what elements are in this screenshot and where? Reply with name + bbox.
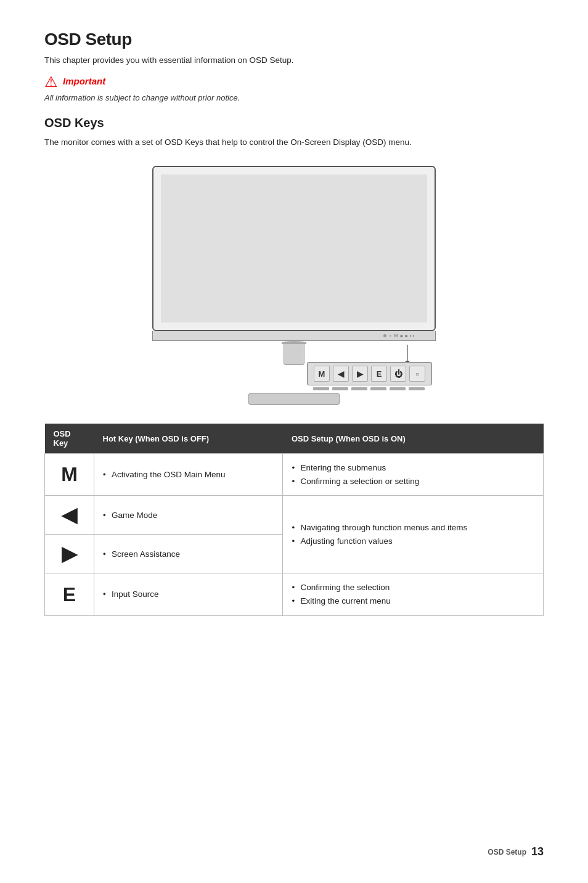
osd-e-list: Confirming the selection Exiting the cur… (292, 581, 534, 607)
btn-e: E (371, 366, 387, 382)
under-2 (332, 387, 348, 390)
btn-circle: ○ (409, 366, 425, 382)
under-3 (351, 387, 367, 390)
osd-adjust-item: Adjusting function values (292, 535, 534, 548)
page-title: OSD Setup (44, 30, 544, 49)
under-1 (313, 387, 329, 390)
monitor-bottom-strip: M ◄ ► ▪ ▪ (152, 331, 436, 341)
page-footer: OSD Setup 13 (488, 845, 544, 858)
key-left-cell: ◀ (45, 496, 94, 535)
table-header-osd: OSD Setup (When OSD is ON) (283, 424, 544, 454)
hotkey-e-list: Input Source (103, 588, 274, 601)
hotkey-left-item-1: Game Mode (103, 509, 274, 522)
osd-keys-title: OSD Keys (44, 116, 544, 130)
hotkey-left: Game Mode (94, 496, 283, 535)
btn-left: ◀ (333, 366, 349, 382)
osd-left-right: Navigating through function menus and it… (283, 496, 544, 573)
key-e-symbol: E (63, 583, 76, 606)
dot-sm-indicator (390, 335, 391, 337)
osd-left-right-list: Navigating through function menus and it… (292, 521, 534, 548)
osd-e-item-1: Confirming the selection (292, 581, 534, 594)
table-header-hotkey: Hot Key (When OSD is OFF) (94, 424, 283, 454)
hotkey-m-item-1: Activating the OSD Main Menu (103, 468, 274, 482)
neck-body (284, 344, 304, 365)
annotation-svg (383, 343, 432, 362)
under-6 (409, 387, 425, 390)
btn-power: ⏻ (390, 366, 406, 382)
svg-marker-1 (405, 361, 410, 362)
annotation-area (307, 343, 432, 362)
hotkey-m: Activating the OSD Main Menu (94, 454, 283, 496)
hotkey-m-list: Activating the OSD Main Menu (103, 468, 274, 482)
warning-icon: ⚠ (44, 75, 58, 89)
table-row: ◀ Game Mode Navigating through function … (45, 496, 544, 535)
monitor-base (248, 393, 340, 405)
monitor-illustration: M ◄ ► ▪ ▪ M ◀ ▶ (146, 166, 442, 405)
btn-right: ▶ (352, 366, 368, 382)
monitor-frame (152, 166, 436, 331)
hotkey-right: Screen Assistance (94, 535, 283, 573)
hotkey-e: Input Source (94, 573, 283, 615)
hotkey-e-item-1: Input Source (103, 588, 274, 601)
hotkey-right-list: Screen Assistance (103, 548, 274, 561)
intro-text: This chapter provides you with essential… (44, 55, 544, 65)
hotkey-left-list: Game Mode (103, 509, 274, 522)
key-m-symbol: M (61, 463, 78, 485)
dot-indicator (383, 334, 386, 337)
osd-keys-desc: The monitor comes with a set of OSD Keys… (44, 136, 544, 149)
btn-m: M (314, 366, 330, 382)
under-5 (390, 387, 406, 390)
osd-m: Entering the submenus Confirming a selec… (283, 454, 544, 496)
table-row: M Activating the OSD Main Menu Entering … (45, 454, 544, 496)
footer-page-number: 13 (531, 845, 544, 858)
controls-panel: M ◀ ▶ E ⏻ ○ (307, 362, 432, 385)
osd-nav-item: Navigating through function menus and it… (292, 521, 534, 535)
hotkey-right-item-1: Screen Assistance (103, 548, 274, 561)
controls-and-neck-row: M ◀ ▶ E ⏻ ○ (152, 341, 436, 390)
important-box: ⚠ Important (44, 76, 544, 89)
controls-strip-label: M ◄ ► ▪ ▪ (394, 334, 414, 338)
osd-m-list: Entering the submenus Confirming a selec… (292, 461, 534, 488)
osd-e-item-2: Exiting the current menu (292, 594, 534, 608)
important-label: Important (63, 76, 105, 86)
table-row: E Input Source Confirming the selection … (45, 573, 544, 615)
monitor-neck (282, 341, 306, 365)
important-note: All information is subject to change wit… (44, 93, 544, 102)
key-e-cell: E (45, 573, 94, 615)
table-header-key: OSD Key (45, 424, 94, 454)
osd-e: Confirming the selection Exiting the cur… (283, 573, 544, 615)
key-m-cell: M (45, 454, 94, 496)
btn-underlines (307, 387, 432, 390)
monitor-screen (161, 175, 427, 322)
key-left-symbol: ◀ (62, 504, 77, 526)
controls-panel-wrap: M ◀ ▶ E ⏻ ○ (307, 343, 432, 390)
osd-m-item-1: Entering the submenus (292, 461, 534, 475)
under-4 (370, 387, 386, 390)
osd-m-item-2: Confirming a selection or setting (292, 475, 534, 488)
key-right-cell: ▶ (45, 535, 94, 573)
osd-table: OSD Key Hot Key (When OSD is OFF) OSD Se… (44, 424, 544, 615)
key-right-symbol: ▶ (62, 543, 77, 565)
monitor-stand: M ◀ ▶ E ⏻ ○ (152, 341, 436, 405)
footer-title: OSD Setup (488, 848, 526, 856)
